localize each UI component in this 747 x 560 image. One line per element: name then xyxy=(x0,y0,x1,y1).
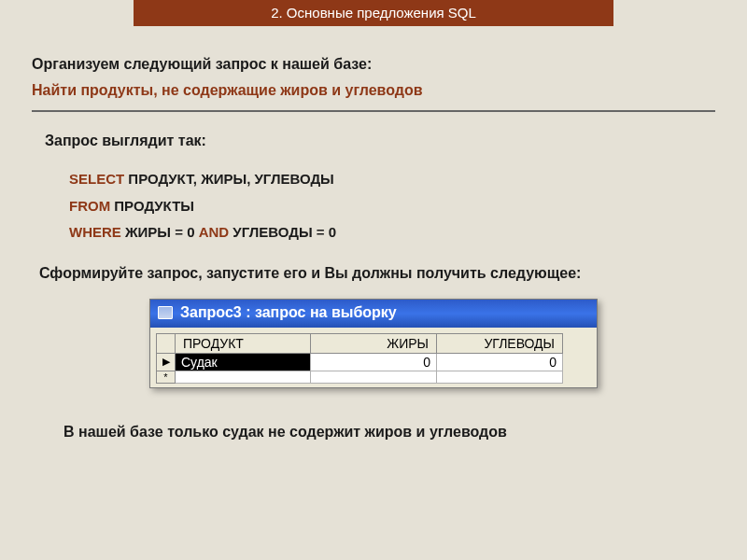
sql-select-line: SELECT ПРОДУКТ, ЖИРЫ, УГЛЕВОДЫ xyxy=(69,166,715,193)
cell-product[interactable]: Судак xyxy=(176,353,311,371)
instruction-text: Сформируйте запрос, запустите его и Вы д… xyxy=(39,265,715,282)
sql-where-keyword: WHERE xyxy=(69,224,121,240)
intro-line-1: Организуем следующий запрос к нашей базе… xyxy=(32,56,715,73)
query-label: Запрос выглядит так: xyxy=(45,133,715,149)
table-header-row: ПРОДУКТ ЖИРЫ УГЛЕВОДЫ xyxy=(157,333,563,353)
table-row[interactable]: ▶ Судак 0 0 xyxy=(157,353,563,371)
sql-from-line: FROM ПРОДУКТЫ xyxy=(69,193,715,220)
cell-fat[interactable] xyxy=(311,371,437,383)
col-header-product: ПРОДУКТ xyxy=(176,333,311,353)
sql-from-keyword: FROM xyxy=(69,198,110,214)
conclusion-text: В нашей базе только судак не содержит жи… xyxy=(63,424,715,441)
query-result-window: Запрос3 : запрос на выборку ПРОДУКТ ЖИРЫ… xyxy=(149,299,598,388)
sql-and-keyword: AND xyxy=(199,224,230,240)
cell-product[interactable] xyxy=(176,371,311,383)
sql-from-args: ПРОДУКТЫ xyxy=(110,198,194,214)
sql-where-line: WHERE ЖИРЫ = 0 AND УГЛЕВОДЫ = 0 xyxy=(69,219,715,246)
sql-where-arg-2: УГЛЕВОДЫ = 0 xyxy=(229,224,336,240)
sql-select-args: ПРОДУКТ, ЖИРЫ, УГЛЕВОДЫ xyxy=(124,171,334,187)
row-marker-current: ▶ xyxy=(157,353,176,371)
sql-select-keyword: SELECT xyxy=(69,171,124,187)
sql-where-arg-1: ЖИРЫ = 0 xyxy=(121,224,199,240)
window-icon xyxy=(158,306,173,319)
grid-area: ПРОДУКТ ЖИРЫ УГЛЕВОДЫ ▶ Судак 0 0 * xyxy=(150,328,597,387)
col-header-carb: УГЛЕВОДЫ xyxy=(437,333,563,353)
table-row[interactable]: * xyxy=(157,371,563,383)
window-title: Запрос3 : запрос на выборку xyxy=(180,304,397,321)
titlebar: Запрос3 : запрос на выборку xyxy=(150,300,597,328)
cell-fat[interactable]: 0 xyxy=(311,353,437,371)
cell-carb[interactable]: 0 xyxy=(437,353,563,371)
row-marker-new: * xyxy=(157,371,176,383)
col-header-fat: ЖИРЫ xyxy=(311,333,437,353)
row-header-blank xyxy=(157,333,176,353)
result-table: ПРОДУКТ ЖИРЫ УГЛЕВОДЫ ▶ Судак 0 0 * xyxy=(156,333,563,384)
cell-carb[interactable] xyxy=(437,371,563,383)
slide-header-text: 2. Основные предложения SQL xyxy=(271,5,476,21)
sql-block: SELECT ПРОДУКТ, ЖИРЫ, УГЛЕВОДЫ FROM ПРОД… xyxy=(69,166,715,246)
intro-line-2: Найти продукты, не содержащие жиров и уг… xyxy=(32,82,715,99)
slide-header: 2. Основные предложения SQL xyxy=(134,0,613,26)
divider xyxy=(32,110,715,112)
